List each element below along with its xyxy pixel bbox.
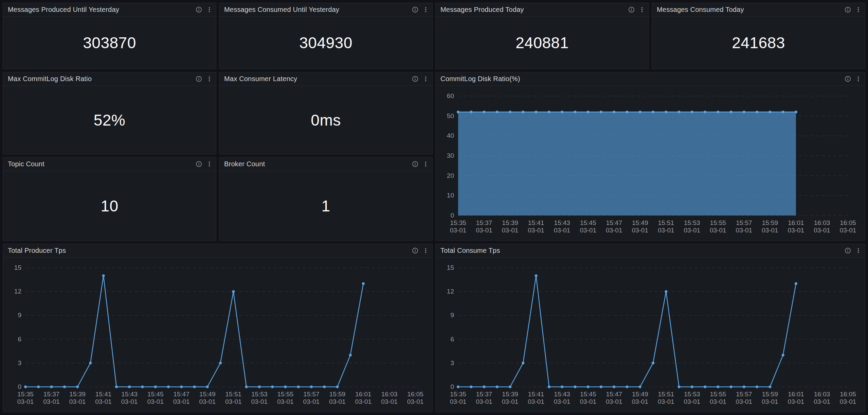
panel-header: Messages Produced Until Yesterday [3,3,216,17]
svg-text:0: 0 [18,383,21,390]
svg-text:15:5103-01: 15:5103-01 [658,219,674,234]
svg-text:15:5303-01: 15:5303-01 [251,391,268,405]
panel-header-icons [196,6,213,13]
panel-menu-icon[interactable] [422,6,429,13]
svg-text:15:4103-01: 15:4103-01 [528,391,544,405]
svg-text:16:0303-01: 16:0303-01 [381,391,398,405]
svg-text:15:5103-01: 15:5103-01 [658,391,674,405]
info-icon[interactable] [412,247,418,254]
panel-menu-icon[interactable] [206,6,213,13]
panel-menu-icon[interactable] [422,247,429,254]
svg-text:15:4503-01: 15:4503-01 [147,391,164,405]
panel-title[interactable]: Topic Count [8,160,44,168]
panel-menu-icon[interactable] [422,76,429,82]
svg-text:15:4703-01: 15:4703-01 [606,391,622,405]
stat-value: 0ms [311,111,341,129]
info-icon[interactable] [196,6,202,13]
panel-header-icons [196,76,213,82]
svg-text:9: 9 [18,312,21,319]
panel-header: Messages Consumed Today [652,3,865,17]
panel-menu-icon[interactable] [639,6,645,13]
panel-title[interactable]: Broker Count [224,160,265,168]
info-icon[interactable] [412,161,418,167]
total-consume-tps-chart[interactable]: 0369121515:3503-0115:3703-0115:3903-0115… [436,258,865,412]
svg-text:15:4903-01: 15:4903-01 [199,391,216,405]
svg-text:15:3703-01: 15:3703-01 [476,391,492,405]
panel-title[interactable]: Max Consumer Latency [224,75,297,83]
panel-title[interactable]: Total Producer Tps [8,247,66,254]
panel-menu-icon[interactable] [855,247,862,254]
info-icon[interactable] [845,6,851,13]
panel-title[interactable]: Messages Consumed Today [657,6,744,14]
panel-header: Total Producer Tps [3,244,432,258]
svg-text:16:0303-01: 16:0303-01 [814,219,830,234]
panel-header-icons [845,6,862,13]
dashboard: Messages Produced Until Yesterday 303870… [0,0,868,415]
panel-title[interactable]: Messages Consumed Until Yesterday [224,6,339,14]
svg-text:40: 40 [447,132,454,139]
svg-text:15:4303-01: 15:4303-01 [554,219,571,234]
svg-text:15:5903-01: 15:5903-01 [329,391,346,405]
panel-menu-icon[interactable] [206,161,213,167]
commitlog-disk-ratio-chart[interactable]: 010203040506015:3503-0115:3703-0115:3903… [436,86,865,241]
info-icon[interactable] [845,76,851,82]
svg-text:15:5103-01: 15:5103-01 [225,391,242,405]
svg-text:3: 3 [18,359,21,366]
svg-text:15:5303-01: 15:5303-01 [684,219,700,234]
panel-title[interactable]: Messages Produced Today [440,6,524,14]
svg-text:15:5703-01: 15:5703-01 [736,219,753,234]
svg-text:16:0503-01: 16:0503-01 [840,219,856,234]
svg-text:3: 3 [450,359,454,366]
svg-text:15:4703-01: 15:4703-01 [173,391,190,405]
svg-text:10: 10 [447,192,454,199]
panel-title[interactable]: Messages Produced Until Yesterday [8,6,119,14]
panel-menu-icon[interactable] [422,161,429,167]
panel-messages-produced-today: Messages Produced Today 240881 [435,3,649,69]
panel-menu-icon[interactable] [855,6,862,13]
panel-header-icons [412,247,429,254]
panel-total-producer-tps: Total Producer Tps 0369121515:3503-0115:… [3,244,433,412]
info-icon[interactable] [628,6,635,13]
svg-text:15:5503-01: 15:5503-01 [710,219,726,234]
panel-messages-consumed-until-yesterday: Messages Consumed Until Yesterday 304930 [219,3,433,69]
panel-menu-icon[interactable] [206,76,213,82]
svg-text:16:0503-01: 16:0503-01 [840,391,856,405]
svg-text:15:5303-01: 15:5303-01 [684,391,700,405]
svg-text:15:4903-01: 15:4903-01 [632,219,648,234]
panel-menu-icon[interactable] [855,76,862,82]
svg-text:15:3503-01: 15:3503-01 [450,391,467,405]
stat-body: 52% [3,86,216,154]
svg-text:9: 9 [450,312,454,319]
panel-title[interactable]: CommitLog Disk Ratio(%) [440,75,520,83]
svg-text:30: 30 [447,152,454,159]
panel-header: Messages Produced Today [436,3,649,17]
panel-header: Messages Consumed Until Yesterday [219,3,432,17]
info-icon[interactable] [196,161,202,167]
stat-value: 240881 [516,34,569,52]
svg-text:50: 50 [447,112,454,119]
info-icon[interactable] [412,76,418,82]
panel-topic-count: Topic Count 10 [3,157,216,241]
panel-title[interactable]: Total Consume Tps [440,247,500,254]
info-icon[interactable] [196,76,202,82]
svg-text:15:3903-01: 15:3903-01 [502,219,519,234]
stat-value: 303870 [83,34,136,52]
svg-text:16:0103-01: 16:0103-01 [355,391,372,405]
stat-body: 240881 [436,17,649,69]
svg-text:15: 15 [14,264,21,271]
svg-text:20: 20 [447,172,454,179]
info-icon[interactable] [412,6,418,13]
svg-text:0: 0 [450,212,454,219]
panel-title[interactable]: Max CommitLog Disk Ratio [8,75,92,83]
stat-body: 241683 [652,17,865,69]
info-icon[interactable] [845,247,851,254]
svg-text:15:3503-01: 15:3503-01 [17,391,34,405]
total-producer-tps-chart[interactable]: 0369121515:3503-0115:3703-0115:3903-0115… [3,258,432,412]
panel-header-icons [845,76,862,82]
svg-text:16:0503-01: 16:0503-01 [407,391,424,405]
svg-text:15:5703-01: 15:5703-01 [736,391,753,405]
panel-header: Total Consume Tps [436,244,865,258]
svg-text:12: 12 [14,288,21,295]
svg-text:15:4103-01: 15:4103-01 [528,219,544,234]
stat-value: 52% [94,111,126,129]
